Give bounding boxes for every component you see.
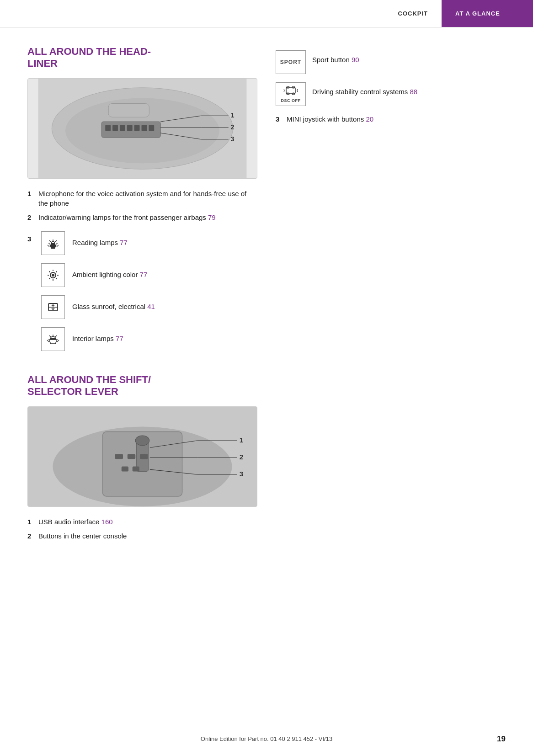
item-label: Interior lamps 77 bbox=[72, 327, 123, 343]
item-number: 3 bbox=[276, 115, 282, 123]
item-label: Sport button 90 bbox=[312, 50, 359, 65]
item-text: Buttons in the center console bbox=[38, 531, 257, 541]
item-page: 160 bbox=[101, 518, 113, 526]
svg-rect-21 bbox=[51, 243, 55, 245]
sport-icon-text: SPORT bbox=[280, 59, 301, 65]
footer-page-number: 19 bbox=[497, 735, 506, 744]
at-a-glance-label: AT A GLANCE bbox=[455, 10, 500, 17]
svg-line-35 bbox=[49, 271, 50, 272]
item-number bbox=[27, 295, 34, 299]
section2-items: 1 USB audio interface 160 2 Buttons in t… bbox=[27, 517, 257, 541]
header-cockpit: COCKPIT bbox=[384, 0, 442, 27]
svg-line-48 bbox=[55, 335, 57, 337]
svg-line-50 bbox=[57, 340, 59, 342]
svg-line-37 bbox=[56, 271, 57, 272]
item-page: 20 bbox=[366, 115, 373, 123]
svg-line-49 bbox=[47, 340, 49, 342]
list-item: 2 Buttons in the center console bbox=[27, 531, 257, 541]
svg-rect-64 bbox=[122, 466, 128, 471]
svg-text:1: 1 bbox=[240, 436, 244, 444]
right-icon-items: SPORT Sport button 90 bbox=[276, 50, 506, 106]
ambient-lighting-icon-box bbox=[41, 263, 65, 287]
item-number bbox=[27, 263, 34, 267]
item-number: 3 bbox=[27, 231, 34, 243]
reading-lamps-icon-box bbox=[41, 231, 65, 255]
svg-line-29 bbox=[57, 245, 59, 247]
item-text: Indicator/warning lamps for the front pa… bbox=[38, 213, 257, 222]
item-number bbox=[27, 327, 34, 331]
item-label: Reading lamps 77 bbox=[72, 231, 128, 247]
item-label: Driving stability control systems 88 bbox=[312, 82, 417, 97]
svg-line-47 bbox=[49, 335, 51, 337]
section1-title: ALL AROUND THE HEAD- LINER bbox=[27, 46, 257, 70]
svg-line-25 bbox=[55, 240, 57, 242]
sport-icon-box: SPORT bbox=[276, 50, 306, 74]
cockpit-label: COCKPIT bbox=[398, 10, 428, 17]
right-numbered-item: 3 MINI joystick with buttons 20 bbox=[276, 115, 506, 123]
page-footer: Online Edition for Part no. 01 40 2 911 … bbox=[0, 735, 533, 742]
svg-rect-62 bbox=[128, 454, 135, 459]
section1-title-line2: LINER bbox=[27, 58, 58, 69]
svg-text:3: 3 bbox=[231, 135, 235, 143]
item-page: 90 bbox=[352, 56, 359, 64]
svg-rect-9 bbox=[142, 125, 147, 131]
list-item: Glass sunroof, electrical 41 bbox=[27, 295, 257, 319]
section1-title-line1: ALL AROUND THE HEAD- bbox=[27, 46, 151, 57]
section2-right bbox=[276, 374, 506, 550]
interior-lamps-icon-box bbox=[41, 327, 65, 351]
list-item: 3 bbox=[27, 231, 257, 255]
item-text: Microphone for the voice activation syst… bbox=[38, 189, 257, 208]
item-page: 79 bbox=[208, 213, 216, 221]
list-item: Ambient lighting color 77 bbox=[27, 263, 257, 287]
svg-rect-7 bbox=[127, 125, 133, 131]
item-page: 77 bbox=[140, 271, 148, 278]
svg-line-24 bbox=[49, 240, 51, 242]
svg-marker-22 bbox=[49, 245, 57, 249]
section2-title-line1: ALL AROUND THE SHIFT/ bbox=[27, 374, 151, 385]
list-item: Interior lamps 77 bbox=[27, 327, 257, 351]
dsc-off-icon-box: DSC OFF bbox=[276, 82, 306, 106]
list-item: SPORT Sport button 90 bbox=[276, 50, 506, 74]
svg-text:3: 3 bbox=[240, 470, 243, 478]
svg-text:2: 2 bbox=[231, 123, 235, 131]
list-item: 2 Indicator/warning lamps for the front … bbox=[27, 213, 257, 222]
item-page: 77 bbox=[120, 239, 128, 246]
main-content: ALL AROUND THE HEAD- LINER bbox=[0, 27, 533, 577]
section2-left: ALL AROUND THE SHIFT/ SELECTOR LEVER bbox=[27, 374, 257, 550]
list-item: 1 USB audio interface 160 bbox=[27, 517, 257, 527]
svg-line-28 bbox=[48, 245, 49, 247]
svg-rect-11 bbox=[108, 103, 149, 117]
item-label: Glass sunroof, electrical 41 bbox=[72, 295, 155, 311]
list-item: DSC OFF Driving stability control system… bbox=[276, 82, 506, 106]
item-page: 77 bbox=[116, 335, 123, 342]
dsc-off-label: DSC OFF bbox=[281, 98, 301, 103]
dsc-off-svg bbox=[282, 85, 299, 97]
item-label: Ambient lighting color 77 bbox=[72, 263, 147, 279]
svg-line-36 bbox=[56, 278, 57, 279]
section1-left: ALL AROUND THE HEAD- LINER bbox=[27, 46, 257, 360]
item-text: MINI joystick with buttons 20 bbox=[287, 115, 506, 123]
section1-right: SPORT Sport button 90 bbox=[276, 46, 506, 360]
svg-line-38 bbox=[49, 278, 50, 279]
svg-rect-5 bbox=[112, 125, 118, 131]
svg-point-39 bbox=[52, 274, 54, 277]
section1-icon-items: 3 bbox=[27, 231, 257, 351]
svg-marker-45 bbox=[49, 340, 57, 344]
section2-grid: ALL AROUND THE SHIFT/ SELECTOR LEVER bbox=[27, 374, 506, 550]
item-text: USB audio interface 160 bbox=[38, 517, 257, 527]
svg-rect-63 bbox=[140, 454, 148, 459]
svg-text:2: 2 bbox=[240, 453, 243, 461]
svg-text:1: 1 bbox=[231, 112, 235, 119]
svg-rect-61 bbox=[115, 454, 123, 459]
section2-title: ALL AROUND THE SHIFT/ SELECTOR LEVER bbox=[27, 374, 257, 398]
svg-rect-4 bbox=[105, 125, 111, 131]
section2-title-line2: SELECTOR LEVER bbox=[27, 386, 118, 397]
svg-rect-8 bbox=[134, 125, 140, 131]
item-page: 41 bbox=[147, 303, 155, 310]
svg-rect-65 bbox=[133, 466, 139, 471]
svg-rect-10 bbox=[149, 125, 154, 131]
section1-text-items: 1 Microphone for the voice activation sy… bbox=[27, 189, 257, 222]
svg-point-60 bbox=[135, 436, 149, 446]
list-item: 1 Microphone for the voice activation sy… bbox=[27, 189, 257, 208]
header-at-a-glance: AT A GLANCE bbox=[442, 0, 533, 27]
